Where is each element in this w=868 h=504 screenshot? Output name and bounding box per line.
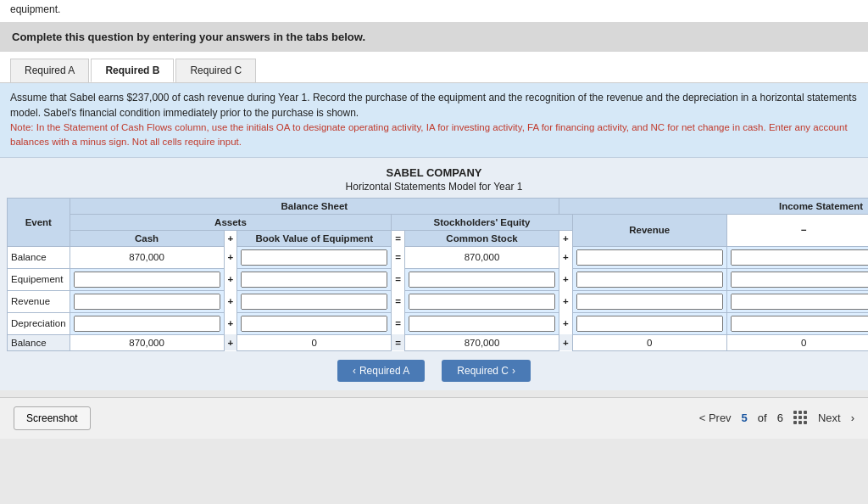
table-row: Balance 870,000 + = 870,000 + − = <box>8 246 869 268</box>
book-value-header: Book Value of Equipment <box>237 230 392 246</box>
minus-op: − <box>726 214 868 246</box>
top-text: equipment. <box>0 0 868 22</box>
req-buttons-area: ‹ Required A Required C › <box>7 360 861 382</box>
event-label: Equipement <box>8 268 70 290</box>
final-common-stock: 870,000 <box>405 334 559 350</box>
common-stock-input-3[interactable] <box>405 290 559 312</box>
common-stock-value: 870,000 <box>405 246 559 268</box>
chevron-right-icon: › <box>512 365 515 377</box>
common-stock-header: Common Stock <box>405 230 559 246</box>
table-row: Equipement + = + − = <box>8 268 869 290</box>
page-total: 6 <box>777 412 783 424</box>
tab-required-b[interactable]: Required B <box>91 59 174 82</box>
stockholders-equity-header: Stockholders' Equity <box>392 214 572 230</box>
event-label: Balance <box>8 246 70 268</box>
table-row: Depreciation + = + − = <box>8 312 869 334</box>
bottom-bar: Screenshot < Prev 5 of 6 Next › <box>0 397 868 439</box>
final-book-value: 0 <box>237 334 392 350</box>
company-title: SABEL COMPANY <box>7 166 861 179</box>
cash-header: Cash <box>70 230 224 246</box>
event-header: Event <box>8 198 70 246</box>
event-label: Depreciation <box>8 312 70 334</box>
income-statement-header: Income Statement <box>559 198 868 214</box>
common-stock-input-4[interactable] <box>405 312 559 334</box>
required-c-button[interactable]: Required C › <box>442 360 531 382</box>
page-current: 5 <box>742 412 748 424</box>
retained-earnings-input-4[interactable] <box>572 312 726 334</box>
retained-earnings-input-1[interactable] <box>572 246 726 268</box>
main-table: Event Balance Sheet Income Statement Sta… <box>7 198 868 351</box>
description-box: Assume that Sabel earns $237,000 of cash… <box>0 83 868 158</box>
balance-sheet-header: Balance Sheet <box>70 198 559 214</box>
book-value-input-2[interactable] <box>237 268 392 290</box>
table-row: Balance 870,000 + 0 = 870,000 + 0 0 − 0 … <box>8 334 869 350</box>
revenue-input-4[interactable] <box>726 312 868 334</box>
revenue-header: Revenue <box>572 214 726 246</box>
next-button[interactable]: Next <box>818 412 841 424</box>
cash-input-4[interactable] <box>70 312 224 334</box>
plus-op-1: + <box>224 230 237 246</box>
cash-input-3[interactable] <box>70 290 224 312</box>
cash-value: 870,000 <box>70 246 224 268</box>
tab-required-c[interactable]: Required C <box>175 59 256 82</box>
table-row: Revenue + = + − = <box>8 290 869 312</box>
nav-controls: < Prev 5 of 6 Next › <box>699 411 854 425</box>
final-cash: 870,000 <box>70 334 224 350</box>
chevron-left-icon: ‹ <box>353 365 356 377</box>
assets-header: Assets <box>70 214 392 230</box>
model-subtitle: Horizontal Statements Model for Year 1 <box>7 181 861 193</box>
required-a-button[interactable]: ‹ Required A <box>337 360 425 382</box>
common-stock-input-2[interactable] <box>405 268 559 290</box>
chevron-right-nav-icon: › <box>851 412 854 424</box>
revenue-input-3[interactable] <box>726 290 868 312</box>
cash-input-2[interactable] <box>70 268 224 290</box>
revenue-input-1[interactable] <box>726 246 868 268</box>
tabs-area: Required A Required B Required C <box>0 52 868 83</box>
final-revenue: 0 <box>726 334 868 350</box>
plus-op-2: + <box>559 230 573 246</box>
retained-earnings-input-2[interactable] <box>572 268 726 290</box>
grid-icon <box>793 411 808 425</box>
instruction-bar: Complete this question by entering your … <box>0 22 868 52</box>
prev-button[interactable]: < Prev <box>699 412 732 424</box>
retained-earnings-input-3[interactable] <box>572 290 726 312</box>
book-value-input-4[interactable] <box>237 312 392 334</box>
revenue-input-2[interactable] <box>726 268 868 290</box>
tab-required-a[interactable]: Required A <box>10 59 89 82</box>
of-label: of <box>758 412 767 424</box>
book-value-input-1[interactable] <box>237 246 392 268</box>
final-retained-earnings: 0 <box>572 334 726 350</box>
event-label: Balance <box>8 334 70 350</box>
book-value-input-3[interactable] <box>237 290 392 312</box>
screenshot-button[interactable]: Screenshot <box>14 406 91 430</box>
equals-op-1: = <box>392 230 405 246</box>
main-table-area: SABEL COMPANY Horizontal Statements Mode… <box>0 158 868 390</box>
event-label: Revenue <box>8 290 70 312</box>
